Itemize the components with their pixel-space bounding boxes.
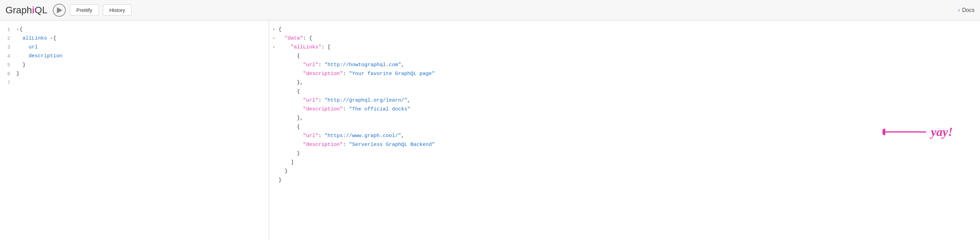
line-num-4: 4 — [5, 52, 10, 61]
res-collapse-2[interactable]: ▾ — [273, 34, 275, 43]
line-num-7: 7 — [5, 78, 10, 87]
res-collapse-3[interactable]: ▾ — [273, 43, 275, 52]
result-code-content: { "data": { "allLinks": [ { "url": "http… — [277, 21, 980, 240]
main-area: 1 2 3 4 5 6 7 ▾{ allLinks ▾{ url descrip… — [0, 21, 980, 240]
execute-button[interactable] — [53, 4, 66, 17]
result-line-6: "description": "Your favorite GraphQL pa… — [278, 70, 980, 78]
docs-label: Docs — [962, 7, 975, 13]
editor-line-7 — [16, 78, 269, 87]
result-line-13: "url": "https://www.graph.cool/", — [278, 132, 980, 140]
line-num-6: 6 — [5, 70, 10, 78]
result-line-1: { — [278, 25, 980, 34]
editor-line-5: } — [16, 61, 269, 70]
result-line-18: } — [278, 176, 980, 185]
result-line-8: { — [278, 87, 980, 96]
result-line-5: "url": "http://howtographql.com", — [278, 61, 980, 70]
editor-line-2: allLinks ▾{ — [16, 34, 269, 43]
result-pane: ▾ ▾ ▾ ▾ ▾ ▾ ▾ ▾ ▾ ▾ ▾ ▾ ▾ ▾ ▾ ▾ ▾ ▾ — [269, 21, 980, 240]
line-numbers: 1 2 3 4 5 6 7 — [0, 21, 14, 240]
app-logo: GraphiQL — [5, 5, 48, 16]
line-num-2: 2 — [5, 34, 10, 43]
result-line-7: }, — [278, 78, 980, 87]
logo-ql-text: QL — [35, 5, 48, 15]
result-line-17: } — [278, 167, 980, 176]
docs-button[interactable]: ‹ Docs — [958, 6, 975, 14]
res-collapse-1[interactable]: ▾ — [273, 25, 275, 34]
result-line-9: "url": "http://graphql.org/learn/", — [278, 96, 980, 105]
editor-line-1: ▾{ — [16, 25, 269, 34]
result-line-10: "description": "The official docks" — [278, 105, 980, 114]
prettify-button[interactable]: Prettify — [70, 5, 99, 16]
result-line-11: }, — [278, 114, 980, 123]
result-line-15: } — [278, 149, 980, 158]
line-num-1: 1 — [5, 25, 10, 34]
line-num-3: 3 — [5, 43, 10, 52]
collapse-icon-1[interactable]: ▾ — [16, 25, 19, 34]
line-num-5: 5 — [5, 61, 10, 70]
result-code-area: ▾ ▾ ▾ ▾ ▾ ▾ ▾ ▾ ▾ ▾ ▾ ▾ ▾ ▾ ▾ ▾ ▾ ▾ — [269, 21, 980, 240]
play-icon — [57, 7, 62, 13]
editor-line-4: description — [16, 52, 269, 61]
logo-graph-text: Graph — [5, 5, 32, 15]
toolbar: GraphiQL Prettify History ‹ Docs — [0, 0, 980, 21]
result-line-2: "data": { — [278, 34, 980, 43]
editor-pane[interactable]: 1 2 3 4 5 6 7 ▾{ allLinks ▾{ url descrip… — [0, 21, 269, 240]
result-line-3: "allLinks": [ — [278, 43, 980, 52]
result-line-12: { — [278, 123, 980, 132]
editor-line-3: url — [16, 43, 269, 52]
history-button[interactable]: History — [103, 5, 132, 16]
result-line-16: ] — [278, 158, 980, 167]
result-line-4: { — [278, 52, 980, 61]
editor-line-6: } — [16, 70, 269, 78]
chevron-left-icon: ‹ — [958, 6, 960, 14]
code-area: 1 2 3 4 5 6 7 ▾{ allLinks ▾{ url descrip… — [0, 21, 269, 240]
collapse-icon-2[interactable]: ▾ — [50, 34, 52, 43]
result-line-14: "description": "Serverless GraphQL Backe… — [278, 140, 980, 149]
editor-code-content[interactable]: ▾{ allLinks ▾{ url description } } — [14, 21, 269, 240]
result-collapse-col: ▾ ▾ ▾ ▾ ▾ ▾ ▾ ▾ ▾ ▾ ▾ ▾ ▾ ▾ ▾ ▾ ▾ ▾ — [269, 21, 277, 240]
logo-i-text: i — [32, 5, 35, 15]
